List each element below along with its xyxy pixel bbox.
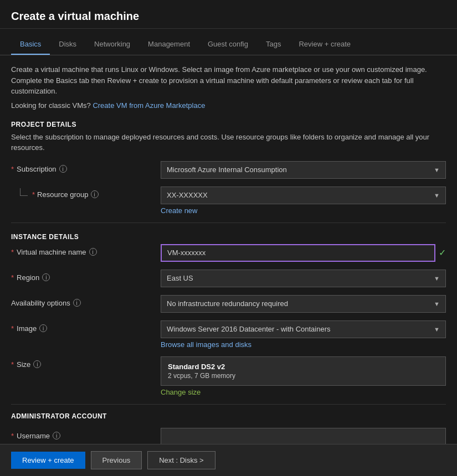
image-row: * Image i Windows Server 2016 Datacenter… <box>11 320 446 349</box>
availability-value: No infrastructure redundancy required <box>167 299 288 308</box>
section-divider-2 <box>11 404 446 405</box>
classic-vms-row: Looking for classic VMs? Create VM from … <box>11 101 446 110</box>
vm-name-valid-icon: ✓ <box>439 247 446 258</box>
resource-group-row: * Resource group i XX-XXXXXX ▼ Create ne… <box>11 187 446 215</box>
resource-group-chevron-icon: ▼ <box>434 192 440 199</box>
image-label: Image <box>17 324 37 333</box>
username-info-icon[interactable]: i <box>53 432 60 439</box>
region-chevron-icon: ▼ <box>434 275 440 282</box>
region-label: Region <box>17 273 39 282</box>
subscription-chevron-icon: ▼ <box>434 167 440 173</box>
admin-section-title: ADMINISTRATOR ACCOUNT <box>11 412 446 420</box>
tab-guest-config[interactable]: Guest config <box>199 34 257 55</box>
tabs-bar: Basics Disks Networking Management Guest… <box>0 34 457 55</box>
region-dropdown[interactable]: East US ▼ <box>161 270 446 287</box>
image-chevron-icon: ▼ <box>434 326 440 333</box>
username-label: Username <box>17 432 50 440</box>
section-divider <box>11 223 446 223</box>
vm-name-info-icon[interactable]: i <box>89 248 97 256</box>
resource-group-required-star: * <box>32 190 35 199</box>
vm-name-input[interactable] <box>161 244 435 262</box>
region-info-icon[interactable]: i <box>42 273 50 281</box>
page-title: Create a virtual machine <box>11 10 446 23</box>
size-row: * Size i Standard DS2 v2 2 vcpus, 7 GB m… <box>11 356 446 396</box>
size-section: Standard DS2 v2 2 vcpus, 7 GB memory <box>161 356 446 386</box>
vm-name-input-wrapper: ✓ <box>161 244 446 262</box>
image-info-icon[interactable]: i <box>39 324 47 332</box>
review-create-button[interactable]: Review + create <box>11 452 85 469</box>
size-info-wrapper: Standard DS2 v2 2 vcpus, 7 GB memory Cha… <box>161 356 446 396</box>
region-row: * Region i East US ▼ <box>11 270 446 287</box>
availability-label: Availability options <box>11 299 70 307</box>
vm-name-required-star: * <box>11 248 14 256</box>
username-row: * Username i <box>11 428 446 446</box>
image-value: Windows Server 2016 Datacenter - with Co… <box>167 325 331 333</box>
size-details: 2 vcpus, 7 GB memory <box>168 372 439 380</box>
username-input[interactable] <box>161 428 446 446</box>
resource-group-dropdown[interactable]: XX-XXXXXX ▼ <box>161 187 446 204</box>
resource-group-label: Resource group <box>37 190 89 199</box>
vm-name-input-row: ✓ <box>161 244 446 262</box>
availability-dropdown-wrapper: No infrastructure redundancy required ▼ <box>161 295 446 313</box>
instance-details-title: INSTANCE DETAILS <box>11 233 446 241</box>
footer: Review + create Previous Next : Disks > <box>0 444 457 476</box>
region-required-star: * <box>11 273 14 282</box>
tab-review-create[interactable]: Review + create <box>290 34 360 55</box>
availability-info-icon[interactable]: i <box>73 299 81 307</box>
project-details-title: PROJECT DETAILS <box>11 121 446 128</box>
create-vm-marketplace-link[interactable]: Create VM from Azure Marketplace <box>93 101 205 110</box>
subscription-required-star: * <box>11 165 14 173</box>
subscription-dropdown[interactable]: Microsoft Azure Internal Consumption ▼ <box>161 161 446 179</box>
subscription-info-icon[interactable]: i <box>59 165 67 173</box>
size-info-icon[interactable]: i <box>33 360 41 368</box>
resource-group-value: XX-XXXXXX <box>167 191 208 199</box>
vm-name-label: Virtual machine name <box>17 248 86 256</box>
size-name: Standard DS2 v2 <box>168 363 439 371</box>
next-disks-button[interactable]: Next : Disks > <box>147 451 215 469</box>
image-dropdown[interactable]: Windows Server 2016 Datacenter - with Co… <box>161 320 446 338</box>
availability-row: Availability options i No infrastructure… <box>11 295 446 313</box>
previous-button[interactable]: Previous <box>91 451 142 469</box>
create-new-resource-group-link[interactable]: Create new <box>161 206 446 215</box>
size-required-star: * <box>11 360 14 369</box>
username-required-star: * <box>11 432 14 440</box>
subscription-row: * Subscription i Microsoft Azure Interna… <box>11 161 446 179</box>
tab-tags[interactable]: Tags <box>257 34 290 55</box>
region-dropdown-wrapper: East US ▼ <box>161 270 446 287</box>
subscription-value: Microsoft Azure Internal Consumption <box>167 165 287 174</box>
vm-name-row: * Virtual machine name i ✓ <box>11 244 446 262</box>
classic-vms-prefix: Looking for classic VMs? <box>11 101 91 110</box>
subscription-dropdown-wrapper: Microsoft Azure Internal Consumption ▼ <box>161 161 446 179</box>
image-required-star: * <box>11 324 14 333</box>
resource-group-info-icon[interactable]: i <box>91 190 99 198</box>
tab-management[interactable]: Management <box>139 34 199 55</box>
username-input-wrapper <box>161 428 446 446</box>
subscription-label: Subscription <box>17 165 57 173</box>
tab-disks[interactable]: Disks <box>50 34 85 55</box>
size-label: Size <box>17 360 30 369</box>
tab-basics[interactable]: Basics <box>11 34 50 55</box>
region-value: East US <box>167 274 193 282</box>
browse-images-link[interactable]: Browse all images and disks <box>161 340 446 349</box>
availability-dropdown[interactable]: No infrastructure redundancy required ▼ <box>161 295 446 313</box>
main-description: Create a virtual machine that runs Linux… <box>11 64 446 97</box>
availability-chevron-icon: ▼ <box>434 301 440 307</box>
project-details-desc: Select the subscription to manage deploy… <box>11 132 446 153</box>
change-size-link[interactable]: Change size <box>161 388 446 396</box>
tab-networking[interactable]: Networking <box>85 34 139 55</box>
resource-group-dropdown-wrapper: XX-XXXXXX ▼ Create new <box>161 187 446 215</box>
image-dropdown-wrapper: Windows Server 2016 Datacenter - with Co… <box>161 320 446 349</box>
